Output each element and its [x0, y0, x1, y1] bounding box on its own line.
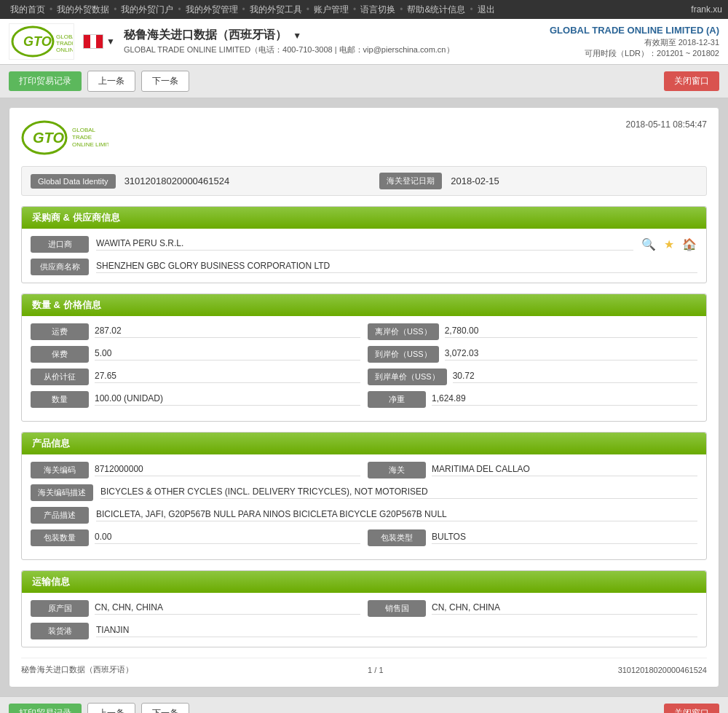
company-contact: GLOBAL TRADE ONLINE LIMITED（电话：400-710-3…: [124, 44, 454, 55]
fob-label: 离岸价（USS）: [368, 323, 439, 340]
supplier-row: 供应商名称 SHENZHEN GBC GLORY BUSINESS CORPOR…: [31, 259, 697, 275]
product-desc-row: 产品描述 BICICLETA, JAFI, G20P567B NULL PARA…: [31, 507, 697, 524]
supplier-label: 供应商名称: [31, 259, 89, 275]
logo-area: GTO GLOBAL TRADE ONLINE: [9, 23, 74, 60]
record-timestamp: 2018-05-11 08:54:47: [626, 119, 707, 130]
top-navigation: 我的首页 • 我的外贸数据 • 我的外贸门户 • 我的外贸管理 • 我的外贸工具…: [0, 0, 728, 19]
origin-value: CN, CHN, CHINA: [95, 602, 360, 615]
prev-button-top[interactable]: 上一条: [87, 71, 135, 92]
hscode-label: 海关编码: [31, 462, 89, 478]
svg-text:TRADE: TRADE: [56, 40, 73, 47]
global-data-identity-value: 31012018020000461524: [124, 176, 371, 186]
card-header: GTO GLOBAL TRADE ONLINE LIMITED 2018-05-…: [21, 119, 707, 156]
freight-value: 287.02: [95, 326, 360, 338]
card-footer: 秘鲁海关进口数据（西班牙语） 1 / 1 3101201802000046152…: [21, 658, 707, 675]
footer-record-id: 31012018020000461524: [618, 666, 707, 674]
quantity-label: 数量: [31, 391, 89, 408]
logo-box: GTO GLOBAL TRADE ONLINE: [9, 23, 74, 60]
quantity-price-section: 数量 & 价格信息 运费 287.02 离岸价（USS） 2,780.00: [21, 294, 707, 422]
customs-date-label: 海关登记日期: [379, 173, 442, 189]
card-logo: GTO GLOBAL TRADE ONLINE LIMITED: [21, 119, 108, 156]
customs-value: MARITIMA DEL CALLAO: [432, 464, 697, 476]
pkgqty-label: 包装数量: [31, 529, 89, 546]
validity: 有效期至 2018-12-31: [550, 37, 719, 48]
product-desc-label: 产品描述: [31, 507, 89, 524]
star-icon[interactable]: ★: [661, 237, 677, 253]
quantity-pair: 数量 100.00 (UNIDAD): [31, 391, 360, 408]
prev-button-bottom[interactable]: 上一条: [87, 703, 135, 713]
home-icon[interactable]: 🏠: [681, 237, 697, 253]
cif-label: 到岸价（USS）: [368, 346, 439, 363]
search-icon[interactable]: 🔍: [641, 237, 657, 253]
nav-logout[interactable]: 退出: [473, 4, 499, 16]
page-title: 秘鲁海关进口数据（西班牙语） ▼: [124, 28, 454, 43]
nav-management[interactable]: 我的外贸管理: [181, 4, 242, 16]
pkgtype-pair: 包装类型 BULTOS: [368, 529, 697, 546]
card-logo-svg: GTO GLOBAL TRADE ONLINE LIMITED: [21, 120, 108, 155]
right-company-name: GLOBAL TRADE ONLINE LIMITED (A): [550, 25, 719, 36]
nav-trade-data[interactable]: 我的外贸数据: [52, 4, 114, 16]
buyer-supplier-section: 采购商 & 供应商信息 进口商 WAWITA PERU S.R.L. 🔍 ★ 🏠…: [21, 206, 707, 283]
bottom-toolbar: 打印贸易记录 上一条 下一条 关闭窗口: [0, 696, 728, 713]
buyer-supplier-title: 采购商 & 供应商信息: [22, 207, 706, 229]
insurance-label: 保费: [31, 346, 89, 363]
main-content: GTO GLOBAL TRADE ONLINE LIMITED 2018-05-…: [0, 98, 728, 696]
nav-home[interactable]: 我的首页: [6, 4, 50, 16]
unitprice-label: 到岸单价（USS）: [368, 369, 447, 385]
svg-text:GLOBAL: GLOBAL: [72, 127, 96, 133]
svg-text:ONLINE LIMITED: ONLINE LIMITED: [72, 141, 108, 148]
global-data-identity-label: Global Data Identity: [31, 174, 116, 189]
print-button-top[interactable]: 打印贸易记录: [9, 71, 82, 91]
print-button-bottom[interactable]: 打印贸易记录: [9, 704, 82, 713]
title-dropdown-icon[interactable]: ▼: [293, 31, 301, 41]
nav-tools[interactable]: 我的外贸工具: [245, 4, 306, 16]
product-title: 产品信息: [22, 433, 706, 454]
transport-section: 运输信息 原产国 CN, CHN, CHINA 销售国 CN, CHN, CHI…: [21, 570, 707, 647]
cif-value: 3,072.03: [445, 348, 697, 361]
importer-label: 进口商: [31, 236, 89, 253]
supplier-value: SHENZHEN GBC GLORY BUSINESS CORPORATION …: [96, 261, 697, 273]
svg-text:GTO: GTO: [33, 130, 64, 146]
unitprice-pair: 到岸单价（USS） 30.72: [368, 369, 697, 385]
buyer-supplier-content: 进口商 WAWITA PERU S.R.L. 🔍 ★ 🏠 供应商名称 SHENZ…: [22, 229, 706, 283]
hs-desc-value: BICYCLES & OTHER CYCLES (INCL. DELIVERY …: [100, 487, 697, 499]
origin-pair: 原产国 CN, CHN, CHINA: [31, 600, 360, 617]
next-button-top[interactable]: 下一条: [141, 71, 189, 92]
freight-fob-row: 运费 287.02 离岸价（USS） 2,780.00: [31, 323, 697, 340]
peru-flag: [83, 34, 103, 49]
netweight-label: 净重: [368, 391, 426, 408]
advalorem-unitprice-row: 从价计征 27.65 到岸单价（USS） 30.72: [31, 369, 697, 385]
footer-source: 秘鲁海关进口数据（西班牙语）: [21, 664, 133, 675]
nav-help[interactable]: 帮助&统计信息: [403, 4, 470, 16]
insurance-value: 5.00: [95, 348, 360, 361]
nav-portal[interactable]: 我的外贸门户: [116, 4, 178, 16]
transport-content: 原产国 CN, CHN, CHINA 销售国 CN, CHN, CHINA 装货…: [22, 593, 706, 647]
loading-port-value: TIANJIN: [96, 625, 697, 637]
identity-row: Global Data Identity 3101201802000046152…: [21, 166, 707, 196]
loading-port-label: 装货港: [31, 623, 89, 639]
customs-pair: 海关 MARITIMA DEL CALLAO: [368, 462, 697, 478]
loading-port-row: 装货港 TIANJIN: [31, 623, 697, 639]
netweight-pair: 净重 1,624.89: [368, 391, 697, 408]
nav-account[interactable]: 账户管理: [309, 4, 353, 16]
nav-language[interactable]: 语言切换: [356, 4, 400, 16]
quantity-value: 100.00 (UNIDAD): [95, 393, 360, 406]
gto-logo-svg: GTO GLOBAL TRADE ONLINE: [11, 25, 73, 58]
fob-pair: 离岸价（USS） 2,780.00: [368, 323, 697, 340]
qty-netweight-row: 数量 100.00 (UNIDAD) 净重 1,624.89: [31, 391, 697, 408]
unitprice-value: 30.72: [453, 371, 697, 383]
hscode-value: 8712000000: [95, 464, 360, 476]
importer-value: WAWITA PERU S.R.L.: [96, 238, 633, 251]
svg-text:ONLINE: ONLINE: [56, 47, 73, 53]
pkgtype-label: 包装类型: [368, 529, 426, 546]
close-button-bottom[interactable]: 关闭窗口: [664, 704, 719, 713]
flag-dropdown-icon[interactable]: ▼: [106, 36, 115, 47]
next-button-bottom[interactable]: 下一条: [141, 703, 189, 713]
title-area: 秘鲁海关进口数据（西班牙语） ▼ GLOBAL TRADE ONLINE LIM…: [124, 28, 454, 55]
svg-text:TRADE: TRADE: [72, 134, 92, 141]
close-button-top[interactable]: 关闭窗口: [664, 71, 719, 91]
sales-country-value: CN, CHN, CHINA: [432, 602, 697, 615]
customs-date-value: 2018-02-15: [451, 176, 697, 186]
advalorem-value: 27.65: [95, 371, 360, 383]
ldr: 可用时段（LDR）：201201 ~ 201802: [550, 48, 719, 59]
